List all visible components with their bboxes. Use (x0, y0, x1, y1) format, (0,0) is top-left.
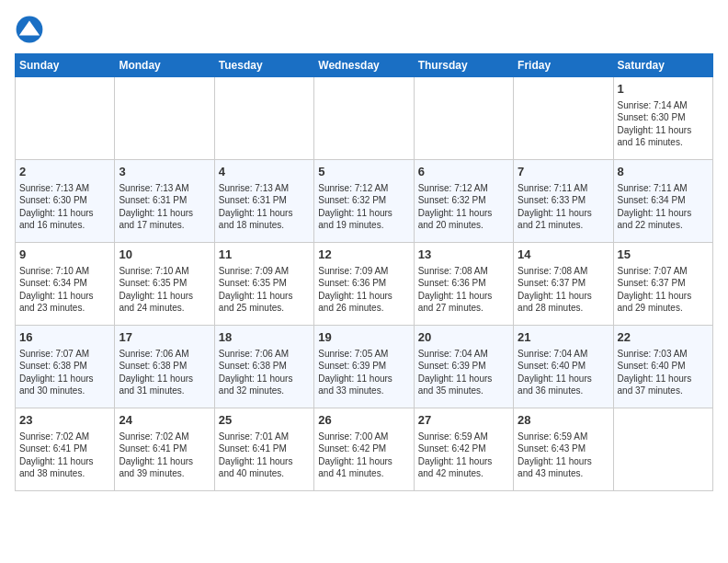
calendar-cell: 23Sunrise: 7:02 AM Sunset: 6:41 PM Dayli… (16, 408, 115, 491)
day-number: 22 (618, 329, 709, 346)
day-info: Sunrise: 6:59 AM Sunset: 6:43 PM Dayligh… (518, 431, 609, 480)
calendar-cell: 4Sunrise: 7:13 AM Sunset: 6:31 PM Daylig… (214, 160, 313, 243)
column-header-monday: Monday (115, 54, 214, 77)
calendar-table: SundayMondayTuesdayWednesdayThursdayFrid… (15, 53, 713, 491)
day-number: 5 (318, 164, 409, 180)
day-info: Sunrise: 7:02 AM Sunset: 6:41 PM Dayligh… (19, 431, 110, 480)
day-number: 23 (19, 412, 110, 429)
day-number: 20 (418, 329, 509, 346)
calendar-cell: 14Sunrise: 7:08 AM Sunset: 6:37 PM Dayli… (514, 243, 613, 326)
day-number: 4 (219, 164, 310, 180)
day-number: 8 (618, 164, 709, 180)
column-header-tuesday: Tuesday (214, 54, 313, 77)
column-header-sunday: Sunday (16, 54, 115, 77)
day-number: 14 (518, 247, 609, 263)
day-number: 11 (219, 247, 310, 263)
calendar-cell (115, 77, 214, 160)
day-number: 15 (618, 247, 709, 263)
day-info: Sunrise: 7:08 AM Sunset: 6:37 PM Dayligh… (518, 265, 609, 315)
day-info: Sunrise: 7:01 AM Sunset: 6:41 PM Dayligh… (219, 431, 310, 480)
day-number: 18 (219, 329, 310, 346)
calendar-cell: 27Sunrise: 6:59 AM Sunset: 6:42 PM Dayli… (414, 408, 513, 491)
day-info: Sunrise: 7:00 AM Sunset: 6:42 PM Dayligh… (318, 431, 409, 480)
calendar-cell: 12Sunrise: 7:09 AM Sunset: 6:36 PM Dayli… (314, 243, 414, 326)
calendar-cell: 20Sunrise: 7:04 AM Sunset: 6:39 PM Dayli… (414, 326, 513, 408)
day-info: Sunrise: 7:09 AM Sunset: 6:36 PM Dayligh… (318, 265, 409, 315)
calendar-cell (214, 77, 313, 160)
day-number: 13 (418, 247, 509, 263)
day-info: Sunrise: 7:07 AM Sunset: 6:38 PM Dayligh… (19, 348, 110, 397)
calendar-cell: 17Sunrise: 7:06 AM Sunset: 6:38 PM Dayli… (115, 326, 214, 408)
calendar-cell: 11Sunrise: 7:09 AM Sunset: 6:35 PM Dayli… (214, 243, 313, 326)
calendar-cell: 5Sunrise: 7:12 AM Sunset: 6:32 PM Daylig… (314, 160, 414, 243)
day-info: Sunrise: 7:12 AM Sunset: 6:32 PM Dayligh… (418, 182, 509, 232)
day-number: 27 (418, 412, 509, 429)
day-info: Sunrise: 7:12 AM Sunset: 6:32 PM Dayligh… (318, 182, 409, 232)
day-number: 24 (119, 412, 210, 429)
day-number: 25 (219, 412, 310, 429)
day-info: Sunrise: 7:06 AM Sunset: 6:38 PM Dayligh… (219, 348, 310, 397)
calendar-cell: 7Sunrise: 7:11 AM Sunset: 6:33 PM Daylig… (514, 160, 613, 243)
calendar-cell (314, 77, 414, 160)
day-info: Sunrise: 6:59 AM Sunset: 6:42 PM Dayligh… (418, 431, 509, 480)
calendar-cell (414, 77, 513, 160)
calendar-cell: 16Sunrise: 7:07 AM Sunset: 6:38 PM Dayli… (16, 326, 115, 408)
calendar-cell: 22Sunrise: 7:03 AM Sunset: 6:40 PM Dayli… (613, 326, 712, 408)
day-number: 16 (19, 329, 110, 346)
day-info: Sunrise: 7:13 AM Sunset: 6:31 PM Dayligh… (219, 182, 310, 232)
calendar-week-row: 9Sunrise: 7:10 AM Sunset: 6:34 PM Daylig… (16, 243, 713, 326)
calendar-week-row: 16Sunrise: 7:07 AM Sunset: 6:38 PM Dayli… (16, 326, 713, 408)
calendar-cell: 8Sunrise: 7:11 AM Sunset: 6:34 PM Daylig… (613, 160, 712, 243)
day-number: 1 (618, 81, 709, 98)
day-number: 12 (318, 247, 409, 263)
day-info: Sunrise: 7:03 AM Sunset: 6:40 PM Dayligh… (618, 348, 709, 397)
calendar-cell: 28Sunrise: 6:59 AM Sunset: 6:43 PM Dayli… (514, 408, 613, 491)
calendar-cell: 15Sunrise: 7:07 AM Sunset: 6:37 PM Dayli… (613, 243, 712, 326)
calendar-week-row: 23Sunrise: 7:02 AM Sunset: 6:41 PM Dayli… (16, 408, 713, 491)
calendar-cell: 25Sunrise: 7:01 AM Sunset: 6:41 PM Dayli… (214, 408, 313, 491)
day-number: 7 (518, 164, 609, 180)
day-info: Sunrise: 7:09 AM Sunset: 6:35 PM Dayligh… (219, 265, 310, 315)
calendar-cell (514, 77, 613, 160)
day-number: 19 (318, 329, 409, 346)
calendar-cell: 1Sunrise: 7:14 AM Sunset: 6:30 PM Daylig… (613, 77, 712, 160)
calendar-cell: 2Sunrise: 7:13 AM Sunset: 6:30 PM Daylig… (16, 160, 115, 243)
calendar-cell: 10Sunrise: 7:10 AM Sunset: 6:35 PM Dayli… (115, 243, 214, 326)
calendar-cell: 9Sunrise: 7:10 AM Sunset: 6:34 PM Daylig… (16, 243, 115, 326)
day-info: Sunrise: 7:05 AM Sunset: 6:39 PM Dayligh… (318, 348, 409, 397)
day-number: 26 (318, 412, 409, 429)
day-number: 6 (418, 164, 509, 180)
column-header-wednesday: Wednesday (314, 54, 414, 77)
calendar-cell (16, 77, 115, 160)
day-number: 2 (19, 164, 110, 180)
day-number: 10 (119, 247, 210, 263)
day-info: Sunrise: 7:07 AM Sunset: 6:37 PM Dayligh… (618, 265, 709, 315)
day-info: Sunrise: 7:04 AM Sunset: 6:40 PM Dayligh… (518, 348, 609, 397)
logo (15, 15, 48, 44)
header (15, 15, 713, 44)
column-header-thursday: Thursday (414, 54, 513, 77)
day-info: Sunrise: 7:14 AM Sunset: 6:30 PM Dayligh… (618, 99, 709, 149)
calendar-cell: 13Sunrise: 7:08 AM Sunset: 6:36 PM Dayli… (414, 243, 513, 326)
calendar-week-row: 1Sunrise: 7:14 AM Sunset: 6:30 PM Daylig… (16, 77, 713, 160)
day-info: Sunrise: 7:11 AM Sunset: 6:34 PM Dayligh… (618, 182, 709, 232)
day-number: 9 (19, 247, 110, 263)
day-info: Sunrise: 7:13 AM Sunset: 6:31 PM Dayligh… (119, 182, 210, 232)
calendar-cell: 6Sunrise: 7:12 AM Sunset: 6:32 PM Daylig… (414, 160, 513, 243)
logo-icon (15, 15, 44, 44)
day-info: Sunrise: 7:06 AM Sunset: 6:38 PM Dayligh… (119, 348, 210, 397)
calendar-cell: 24Sunrise: 7:02 AM Sunset: 6:41 PM Dayli… (115, 408, 214, 491)
day-info: Sunrise: 7:02 AM Sunset: 6:41 PM Dayligh… (119, 431, 210, 480)
calendar-cell: 18Sunrise: 7:06 AM Sunset: 6:38 PM Dayli… (214, 326, 313, 408)
day-info: Sunrise: 7:11 AM Sunset: 6:33 PM Dayligh… (518, 182, 609, 232)
day-info: Sunrise: 7:08 AM Sunset: 6:36 PM Dayligh… (418, 265, 509, 315)
day-info: Sunrise: 7:13 AM Sunset: 6:30 PM Dayligh… (19, 182, 110, 232)
column-header-saturday: Saturday (613, 54, 712, 77)
calendar-cell: 19Sunrise: 7:05 AM Sunset: 6:39 PM Dayli… (314, 326, 414, 408)
day-number: 21 (518, 329, 609, 346)
day-info: Sunrise: 7:04 AM Sunset: 6:39 PM Dayligh… (418, 348, 509, 397)
calendar-week-row: 2Sunrise: 7:13 AM Sunset: 6:30 PM Daylig… (16, 160, 713, 243)
day-number: 28 (518, 412, 609, 429)
calendar-cell: 26Sunrise: 7:00 AM Sunset: 6:42 PM Dayli… (314, 408, 414, 491)
calendar-cell (613, 408, 712, 491)
